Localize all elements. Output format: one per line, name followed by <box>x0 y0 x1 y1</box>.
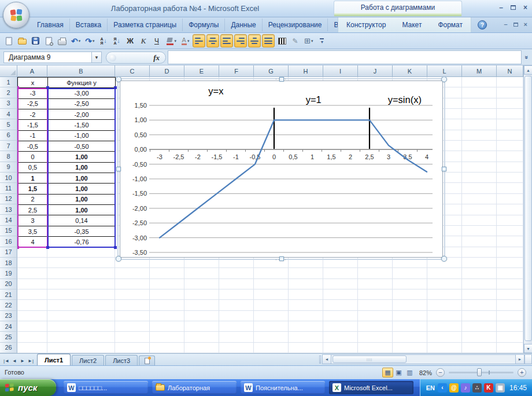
page-break-view-icon[interactable]: ▥ <box>404 368 415 377</box>
ribbon-tab-3[interactable]: Разметка страницы <box>108 19 183 31</box>
name-box-dropdown-icon[interactable]: ▼ <box>91 52 102 63</box>
name-box[interactable]: Диаграмма 9 <box>3 52 91 63</box>
column-header-M[interactable]: M <box>462 65 497 77</box>
cell-B1[interactable]: Функция y <box>48 78 116 88</box>
barcode-button[interactable] <box>276 34 288 47</box>
workbook-minimize-button[interactable]: – <box>504 21 507 28</box>
column-header-G[interactable]: G <box>254 65 289 77</box>
cell-B4[interactable]: -2,00 <box>48 109 116 120</box>
contextual-tab-1[interactable]: Конструктор <box>338 19 394 31</box>
zoom-level[interactable]: 82% <box>419 369 432 376</box>
column-header-I[interactable]: I <box>323 65 358 77</box>
scroll-right-icon[interactable]: ► <box>515 354 524 364</box>
disc-icon[interactable]: ∴ <box>472 383 482 393</box>
start-button[interactable]: пуск <box>0 379 56 396</box>
row-header-1[interactable]: 1 <box>0 77 17 87</box>
workbook-close-button[interactable]: × <box>524 21 527 28</box>
fill-color-button[interactable]: ▾ <box>164 34 179 47</box>
column-header-B[interactable]: B <box>47 65 115 77</box>
cell-B6[interactable]: -1,00 <box>48 131 116 141</box>
column-header-N[interactable]: N <box>497 65 523 77</box>
media-player-icon[interactable]: ♪ <box>461 383 470 393</box>
cell-B13[interactable]: 1,00 <box>48 205 116 215</box>
underline-button[interactable]: Ч <box>151 34 163 47</box>
antivirus-icon[interactable]: K <box>484 383 493 393</box>
row-header-23[interactable]: 23 <box>0 311 17 321</box>
print-preview-button[interactable] <box>43 34 55 47</box>
taskbar-button-2[interactable]: Лабораторная <box>152 381 237 394</box>
row-header-15[interactable]: 15 <box>0 226 17 236</box>
row-header-7[interactable]: 7 <box>0 141 17 151</box>
page-layout-view-icon[interactable]: ▣ <box>393 368 404 377</box>
mail-agent-icon[interactable]: @ <box>449 383 459 393</box>
zoom-slider[interactable] <box>449 372 513 373</box>
scroll-down-icon[interactable]: ▼ <box>524 344 532 353</box>
row-header-17[interactable]: 17 <box>0 247 17 258</box>
redo-button[interactable]: ↷▾ <box>83 34 96 47</box>
cell-A16[interactable]: 4 <box>18 237 48 247</box>
row-header-25[interactable]: 25 <box>0 332 17 342</box>
row-header-9[interactable]: 9 <box>0 162 17 173</box>
cell-A2[interactable]: -3 <box>18 88 48 98</box>
horizontal-scrollbar[interactable]: ◄ |||| ► <box>319 353 532 365</box>
row-header-4[interactable]: 4 <box>0 109 17 119</box>
language-indicator[interactable]: EN <box>426 384 435 391</box>
vertical-scrollbar[interactable]: ▲ ▼ <box>523 65 532 353</box>
help-icon[interactable]: ? <box>478 20 487 30</box>
cell-A6[interactable]: -1 <box>18 131 48 141</box>
cell-A3[interactable]: -2,5 <box>18 99 48 109</box>
cell-A14[interactable]: 3 <box>18 216 48 226</box>
chart-resize-handle[interactable] <box>116 167 121 171</box>
row-header-13[interactable]: 13 <box>0 204 17 215</box>
office-button[interactable] <box>3 2 29 28</box>
dropdown-arrow-icon[interactable]: ▾ <box>187 39 190 43</box>
cell-B11[interactable]: 1,00 <box>48 184 116 194</box>
row-header-6[interactable]: 6 <box>0 130 17 141</box>
align-center-button[interactable] <box>206 34 219 47</box>
taskbar-button-4[interactable]: XMicrosoft Excel... <box>329 381 413 394</box>
chart-resize-handle[interactable] <box>442 167 446 171</box>
workbook-restore-button[interactable] <box>513 23 518 27</box>
row-header-5[interactable]: 5 <box>0 119 17 130</box>
cell-A11[interactable]: 1,5 <box>18 184 48 194</box>
chart-resize-handle[interactable] <box>279 77 284 82</box>
row-header-26[interactable]: 26 <box>0 343 17 353</box>
insert-function-button[interactable]: fx <box>106 52 166 64</box>
align-left-button[interactable] <box>193 34 205 47</box>
row-header-8[interactable]: 8 <box>0 151 17 162</box>
previous-sheet-icon[interactable]: ◄ <box>10 356 19 365</box>
cell-A5[interactable]: -1,5 <box>18 120 48 130</box>
range-handle[interactable] <box>46 86 49 89</box>
insert-sheet-button[interactable] <box>139 355 155 365</box>
next-sheet-icon[interactable]: ► <box>19 356 27 365</box>
format-painter-button[interactable]: ✎ <box>289 34 301 47</box>
column-header-C[interactable]: C <box>115 65 150 77</box>
print-button[interactable] <box>56 34 68 47</box>
cell-B7[interactable]: -0,50 <box>48 141 116 152</box>
cell-B12[interactable]: 1,00 <box>48 195 116 205</box>
cell-B15[interactable]: -0,35 <box>48 226 116 237</box>
restore-button[interactable] <box>511 5 516 10</box>
formula-input[interactable] <box>168 50 522 64</box>
column-header-E[interactable]: E <box>184 65 219 77</box>
last-sheet-icon[interactable]: ►| <box>27 356 35 365</box>
network-icon[interactable]: ▣ <box>496 383 505 393</box>
cell-B16[interactable]: -0,76 <box>48 237 116 247</box>
row-header-18[interactable]: 18 <box>0 258 17 268</box>
sheet-tab-3[interactable]: Лист3 <box>105 355 138 365</box>
select-all-corner[interactable] <box>0 65 17 77</box>
dropdown-arrow-icon[interactable]: ▾ <box>311 39 313 43</box>
column-header-A[interactable]: A <box>17 65 47 77</box>
undo-button[interactable]: ↶▾ <box>69 34 82 47</box>
column-header-L[interactable]: L <box>427 65 462 77</box>
chart-area[interactable]: 1,501,000,500,00-0,50-1,00-1,50-2,00-2,5… <box>120 80 443 258</box>
column-header-H[interactable]: H <box>289 65 323 77</box>
scrollbar-resize-handle[interactable] <box>524 354 532 364</box>
cell-A7[interactable]: -0,5 <box>18 141 48 152</box>
align-indent-button[interactable] <box>220 34 233 47</box>
range-handle[interactable] <box>17 86 19 89</box>
dropdown-arrow-icon[interactable]: ▾ <box>79 39 81 43</box>
expand-formula-bar-icon[interactable]: » <box>522 53 531 61</box>
cell-A13[interactable]: 2,5 <box>18 205 48 215</box>
normal-view-icon[interactable]: ▦ <box>382 368 393 377</box>
